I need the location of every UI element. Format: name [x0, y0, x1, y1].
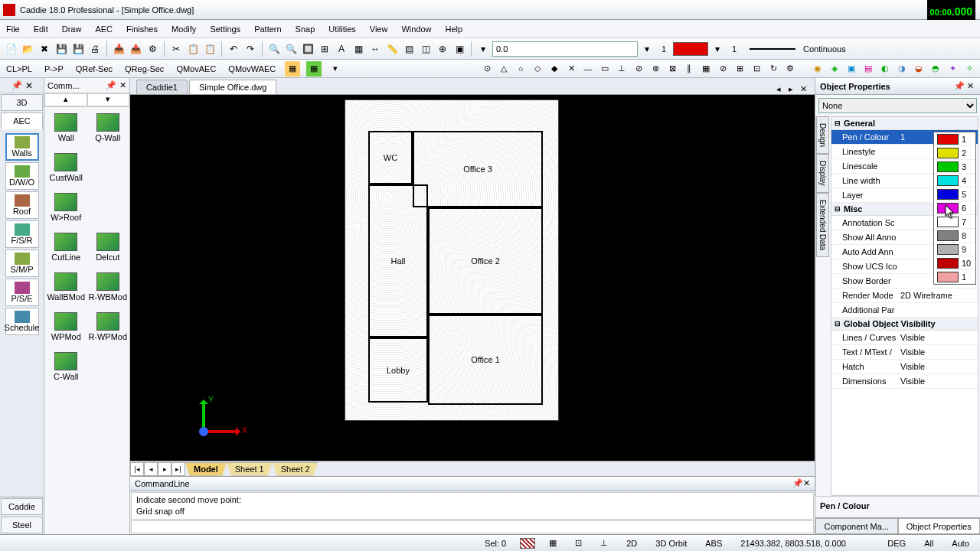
open-icon[interactable]: 📂 — [20, 41, 35, 57]
zoom-extents-icon[interactable]: ⊞ — [317, 41, 332, 57]
palette-Wall[interactable]: Wall — [46, 109, 87, 147]
snap-endpoint-icon[interactable]: ⊙ — [479, 61, 495, 77]
tool-pse[interactable]: P/S/E — [5, 279, 39, 306]
tb2-icon2[interactable]: ▦ — [306, 61, 322, 77]
pin-icon[interactable]: 📌 — [11, 80, 22, 90]
aec-tool9-icon[interactable]: ✦ — [945, 61, 960, 77]
snap-quad-icon[interactable]: ◆ — [547, 61, 562, 77]
aec-tool3-icon[interactable]: ▣ — [844, 61, 859, 77]
block-icon[interactable]: ◫ — [418, 41, 433, 57]
rtab-design[interactable]: Design — [816, 116, 829, 154]
prop-row[interactable]: Render Mode2D Wireframe — [831, 289, 978, 303]
cmdline-input[interactable] — [131, 520, 814, 533]
status-ortho-icon[interactable]: ⊥ — [596, 538, 612, 548]
color-option[interactable]: 7 — [934, 215, 975, 229]
import-icon[interactable]: 📥 — [111, 41, 126, 57]
zoom-out-icon[interactable]: 🔍 — [283, 41, 299, 57]
tb2-clpl[interactable]: CL>PL — [3, 63, 35, 75]
property-grid[interactable]: ⊟General Pen / Colour1LinestyleLinescale… — [831, 116, 978, 496]
color-option[interactable]: 1 — [934, 270, 975, 284]
palette-R-WBMod[interactable]: R-WBMod — [88, 268, 129, 306]
tab-prev-icon[interactable]: ◂ — [773, 84, 784, 94]
tab-aec[interactable]: AEC — [1, 112, 43, 129]
tab-close-icon[interactable]: ✕ — [798, 84, 808, 94]
palette-CutLine[interactable]: CutLine — [46, 228, 87, 266]
menu-snap[interactable]: Snap — [296, 24, 315, 34]
pen-drop-icon[interactable]: ▾ — [710, 41, 725, 57]
prop-row[interactable]: Text / MText /Visible — [831, 345, 978, 360]
sheet-1[interactable]: Sheet 1 — [227, 462, 273, 476]
close-icon[interactable]: ✕ — [803, 478, 810, 488]
object-selector[interactable]: None — [818, 98, 977, 113]
tab-3d[interactable]: 3D — [1, 94, 43, 111]
tool-schedule[interactable]: Schedule — [5, 308, 39, 335]
close-panel-icon[interactable]: ✕ — [25, 80, 33, 91]
rtab-extdata[interactable]: Extended Data — [816, 193, 829, 257]
prop-row[interactable]: Additional Par — [831, 303, 978, 318]
aec-tool4-icon[interactable]: ▤ — [861, 61, 876, 77]
palette-W>Roof[interactable]: W>Roof — [46, 188, 87, 227]
saveall-icon[interactable]: 💾 — [70, 41, 86, 57]
sheet-next-icon[interactable]: ▸ — [158, 462, 172, 476]
tool-walls[interactable]: Walls — [5, 133, 39, 161]
snap-track-icon[interactable]: ⊡ — [749, 61, 764, 77]
aec-tool2-icon[interactable]: ◈ — [827, 61, 842, 77]
pin-icon[interactable]: 📌 — [792, 478, 803, 488]
sheet-last-icon[interactable]: ▸| — [172, 462, 185, 476]
snap-none-icon[interactable]: ⊘ — [715, 61, 730, 77]
menu-edit[interactable]: Edit — [34, 24, 48, 34]
tb2-drop-icon[interactable]: ▾ — [328, 61, 343, 77]
aec-tool7-icon[interactable]: ◒ — [911, 61, 926, 77]
sheet-first-icon[interactable]: |◂ — [130, 462, 144, 476]
paste-icon[interactable]: 📋 — [202, 41, 217, 57]
snap-settings-icon[interactable]: ⚙ — [782, 61, 798, 77]
tb2-qmovaec[interactable]: QMovAEC — [173, 63, 219, 75]
doctab-caddie1[interactable]: Caddie1 — [136, 80, 188, 94]
palette-down-icon[interactable]: ▾ — [87, 93, 130, 106]
text-icon[interactable]: A — [334, 41, 349, 57]
color-option[interactable]: 1 — [934, 132, 975, 146]
cut-icon[interactable]: ✂ — [168, 41, 184, 57]
tool-fsr[interactable]: F/S/R — [5, 220, 39, 248]
copy-icon[interactable]: 📋 — [185, 41, 201, 57]
prop-row[interactable]: HatchVisible — [831, 360, 978, 374]
snap-center-icon[interactable]: ○ — [513, 61, 528, 77]
menu-utilities[interactable]: Utilities — [328, 24, 355, 34]
menu-aec[interactable]: AEC — [95, 24, 113, 34]
status-all[interactable]: All — [920, 539, 938, 548]
tab-next-icon[interactable]: ▸ — [786, 84, 796, 94]
tb2-qregsec[interactable]: QReg-Sec — [122, 63, 167, 75]
color-option[interactable]: 9 — [934, 243, 975, 256]
status-orbit[interactable]: 3D Orbit — [651, 539, 691, 548]
hatch-icon[interactable]: ▦ — [351, 41, 366, 57]
save-icon[interactable]: 💾 — [54, 41, 69, 57]
lineweight-num[interactable]: 1 — [727, 44, 742, 54]
close-icon[interactable]: ✕ — [965, 81, 975, 91]
palette-CustWall[interactable]: CustWall — [46, 148, 87, 187]
snap-midpoint-icon[interactable]: △ — [496, 61, 511, 77]
snap-near-icon[interactable]: ⊗ — [648, 61, 663, 77]
pin-icon[interactable]: 📌 — [106, 80, 116, 90]
dropdown-icon[interactable]: ▾ — [475, 41, 491, 57]
snap-tan-icon[interactable]: ⊘ — [631, 61, 646, 77]
status-snap-icon[interactable]: ⊡ — [570, 538, 586, 548]
aec-tool8-icon[interactable]: ◓ — [928, 61, 943, 77]
zoom-in-icon[interactable]: 🔍 — [266, 41, 282, 57]
menu-draw[interactable]: Draw — [62, 24, 82, 34]
aec-tool10-icon[interactable]: ✧ — [962, 61, 977, 77]
color-option[interactable]: 3 — [934, 160, 975, 174]
tb2-qrefsec[interactable]: QRef-Sec — [73, 63, 116, 75]
sheet-prev-icon[interactable]: ◂ — [144, 462, 158, 476]
menu-finishes[interactable]: Finishes — [126, 24, 158, 34]
color-option[interactable]: 2 — [934, 146, 975, 160]
bottom-tab-steel[interactable]: Steel — [1, 517, 43, 533]
bottom-tab-caddie[interactable]: Caddie — [1, 498, 43, 515]
palette-Q-Wall[interactable]: Q-Wall — [88, 109, 129, 147]
palette-Delcut[interactable]: Delcut — [88, 228, 129, 266]
zoom-window-icon[interactable]: 🔲 — [300, 41, 315, 57]
close-icon[interactable]: ✖ — [37, 41, 52, 57]
color-option[interactable]: 10 — [934, 256, 975, 270]
menu-pattern[interactable]: Pattern — [254, 24, 281, 34]
bottab-component[interactable]: Component Ma... — [815, 518, 898, 534]
palette-up-icon[interactable]: ▴ — [44, 93, 87, 106]
